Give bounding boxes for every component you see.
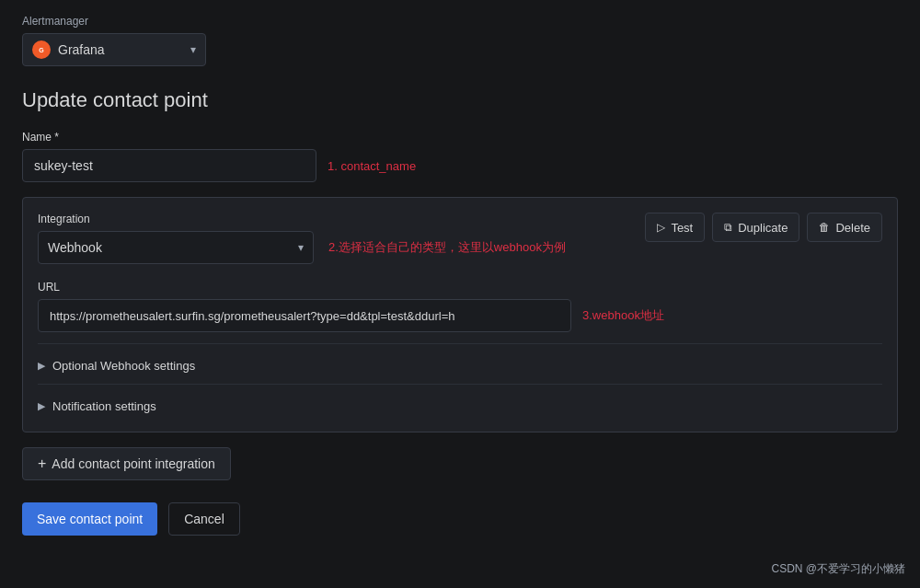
integration-annotation: 2.选择适合自己的类型，这里以webhook为例 bbox=[328, 239, 566, 256]
integration-selected-value: Webhook bbox=[48, 240, 102, 255]
integration-type-select[interactable]: Webhook ▾ bbox=[38, 231, 314, 264]
alertmanager-section: Alertmanager G Grafana ▾ bbox=[22, 15, 898, 66]
notification-chevron-right-icon: ▶ bbox=[38, 400, 45, 412]
alertmanager-label: Alertmanager bbox=[22, 15, 898, 28]
alertmanager-select-wrapper: G Grafana ▾ bbox=[22, 33, 206, 66]
add-contact-point-integration-button[interactable]: + Add contact point integration bbox=[22, 447, 231, 480]
integration-chevron-icon: ▾ bbox=[298, 241, 304, 254]
integration-card: Integration Webhook ▾ 2.选择适合自己的类型，这里以web… bbox=[22, 197, 898, 432]
name-annotation: 1. contact_name bbox=[328, 159, 416, 173]
notification-toggle[interactable]: ▶ Notification settings bbox=[38, 396, 882, 417]
trash-icon: 🗑 bbox=[819, 221, 830, 234]
optional-webhook-section: ▶ Optional Webhook settings bbox=[38, 343, 882, 376]
cancel-button[interactable]: Cancel bbox=[168, 502, 240, 536]
chevron-down-icon: ▾ bbox=[190, 43, 196, 56]
notification-label: Notification settings bbox=[52, 399, 156, 413]
name-input[interactable] bbox=[22, 149, 316, 182]
integration-header: Integration Webhook ▾ 2.选择适合自己的类型，这里以web… bbox=[38, 213, 882, 268]
optional-webhook-label: Optional Webhook settings bbox=[52, 359, 195, 373]
optional-webhook-toggle[interactable]: ▶ Optional Webhook settings bbox=[38, 355, 882, 376]
optional-chevron-right-icon: ▶ bbox=[38, 360, 45, 372]
bottom-actions: Save contact point Cancel bbox=[22, 502, 898, 536]
duplicate-button[interactable]: ⧉ Duplicate bbox=[712, 213, 799, 242]
duplicate-label: Duplicate bbox=[738, 221, 788, 235]
alertmanager-selected-value: Grafana bbox=[58, 42, 105, 57]
url-field-group: URL 3.webhook地址 bbox=[38, 281, 882, 332]
delete-label: Delete bbox=[835, 221, 870, 235]
duplicate-icon: ⧉ bbox=[724, 221, 732, 234]
plus-icon: + bbox=[38, 455, 46, 472]
name-label: Name * bbox=[22, 131, 898, 144]
name-field-group: Name * 1. contact_name bbox=[22, 131, 898, 182]
page-title: Update contact point bbox=[22, 88, 898, 112]
url-input[interactable] bbox=[38, 299, 571, 332]
page: Alertmanager G Grafana ▾ Update contact … bbox=[0, 0, 920, 588]
integration-action-buttons: ▷ Test ⧉ Duplicate 🗑 Delete bbox=[645, 213, 882, 242]
watermark: CSDN @不爱学习的小懒猪 bbox=[771, 561, 905, 577]
grafana-icon: G bbox=[32, 40, 51, 59]
save-contact-point-button[interactable]: Save contact point bbox=[22, 502, 157, 536]
svg-text:G: G bbox=[39, 47, 44, 53]
play-icon: ▷ bbox=[657, 221, 665, 234]
test-label: Test bbox=[671, 221, 693, 235]
notification-section: ▶ Notification settings bbox=[38, 384, 882, 417]
add-integration-label: Add contact point integration bbox=[52, 456, 214, 471]
url-label: URL bbox=[38, 281, 882, 294]
url-annotation: 3.webhook地址 bbox=[582, 307, 664, 324]
alertmanager-select[interactable]: G Grafana ▾ bbox=[22, 33, 206, 66]
integration-label: Integration bbox=[38, 213, 645, 225]
test-button[interactable]: ▷ Test bbox=[645, 213, 705, 242]
delete-button[interactable]: 🗑 Delete bbox=[807, 213, 882, 242]
